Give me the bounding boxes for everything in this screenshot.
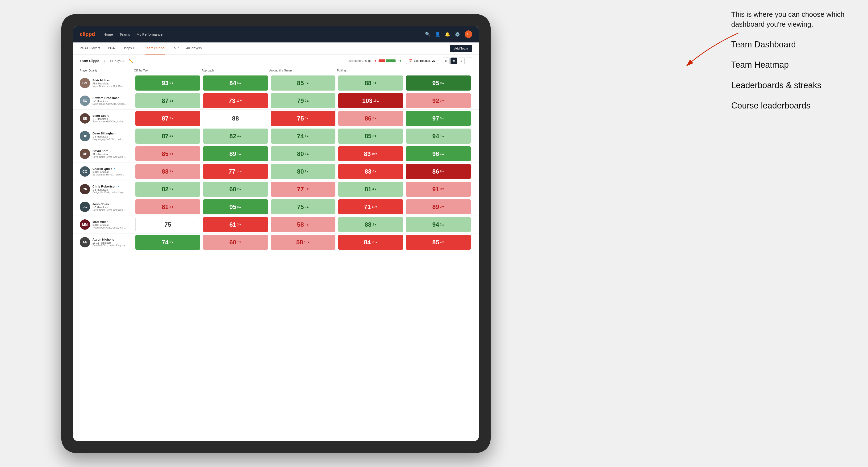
score-change: 4▲ (237, 134, 242, 138)
player-details: Elliot Ebert1-5 HandicapSunningdale Golf… (92, 114, 134, 123)
player-details: Edward Crossman1-5 HandicapSunningdale G… (92, 96, 134, 105)
subnav-pga[interactable]: PGA (108, 42, 115, 55)
nav-home[interactable]: Home (103, 32, 113, 36)
score-cell: 813▼ (135, 199, 200, 214)
score-value: 77 (228, 168, 236, 175)
score-cell: 7311▼ (203, 93, 268, 108)
search-icon[interactable]: 🔍 (425, 32, 430, 37)
score-cell: 824▲ (203, 129, 268, 144)
avatar: EC (80, 96, 90, 106)
score-cell: 823▲ (135, 182, 200, 197)
col-off-tee[interactable]: Off the Tee ↓ (134, 69, 202, 72)
col-player-quality[interactable]: Player Quality ↓ (80, 69, 134, 72)
last-rounds-button[interactable]: 📅 Last Rounds: 20 (406, 58, 438, 64)
team-name: Team Clippd (80, 59, 99, 63)
score-change: 15▲ (373, 99, 379, 102)
subnav-pgat[interactable]: PGAT Players (80, 42, 100, 55)
score-cell: 836▼ (338, 164, 403, 179)
score-value: 83 (365, 168, 371, 175)
avatar[interactable]: U (465, 30, 472, 38)
dashboard-option[interactable]: Team Heatmap (731, 59, 854, 71)
score-cell: 803▲ (271, 146, 336, 161)
grid-view-button[interactable]: ⊞ (443, 58, 450, 64)
player-handicap: Plus Handicap (92, 153, 134, 156)
score-value: 87 (162, 132, 168, 140)
table-row[interactable]: BMBlair McHargPlus HandicapRoyal North D… (73, 74, 479, 92)
top-nav: clippd Home Teams My Performance 🔍 👤 🔔 ⚙… (73, 26, 479, 42)
score-value: 94 (432, 221, 439, 228)
table-row[interactable]: DBDave Billingham1-5 HandicapGog Magog G… (73, 127, 479, 145)
subnav-hcaps[interactable]: Hcaps 1-5 (122, 42, 137, 55)
col-approach-label: Approach (202, 69, 214, 72)
score-cell: 959▲ (406, 75, 471, 91)
score-change: 10▲ (304, 241, 310, 244)
table-row[interactable]: DFDavid Ford ✓Plus HandicapRoyal North D… (73, 145, 479, 163)
download-button[interactable]: ↓ (466, 58, 472, 64)
player-info: CRChris Robertson ✓1-5 HandicapCraigmill… (80, 182, 134, 197)
col-approach[interactable]: Approach ↓ (202, 69, 269, 72)
player-details: Matt Miller6-10 HandicapWoburn Golf Club… (92, 220, 134, 229)
score-change: 3▼ (305, 117, 309, 120)
score-cell: 584▲ (271, 217, 336, 232)
score-value: 74 (162, 239, 168, 246)
dashboard-option[interactable]: Team Dashboard (731, 39, 854, 51)
logo[interactable]: clippd (80, 31, 95, 37)
round-change-label: 20 Round Change (348, 59, 371, 63)
score-cell: 868▼ (406, 164, 471, 179)
sort-arrow: ↓ (149, 69, 150, 72)
player-info: BMBlair McHargPlus HandicapRoyal North D… (80, 75, 134, 91)
player-info: EEElliot Ebert1-5 HandicapSunningdale Go… (80, 111, 134, 126)
score-cell: 10315▲ (338, 93, 403, 108)
nav-links: Home Teams My Performance (103, 32, 425, 36)
score-value: 75 (297, 115, 304, 122)
player-club: Royal North Devon Golf Club, United King… (92, 85, 127, 88)
change-pos: +5 (398, 59, 401, 63)
bell-icon[interactable]: 🔔 (445, 32, 450, 37)
col-putting[interactable]: Putting ↓ (337, 69, 404, 72)
nav-teams[interactable]: Teams (120, 32, 130, 36)
settings-icon[interactable]: ⚙️ (455, 32, 460, 37)
score-cell: 853▼ (135, 146, 200, 161)
dashboard-option[interactable]: Course leaderboards (731, 100, 854, 112)
player-club: Sunningdale Golf Club, United Kingdom (92, 120, 127, 123)
score-cell: 5810▲ (271, 235, 336, 250)
table-row[interactable]: CQCharlie Quick ✓6-10 HandicapSt. George… (73, 163, 479, 181)
score-change: 8▼ (440, 170, 445, 173)
table-row[interactable]: JCJosh Coles1-5 HandicapRoyal North Devo… (73, 198, 479, 216)
score-value: 93 (162, 80, 168, 87)
score-value: 85 (432, 239, 439, 246)
col-off-tee-label: Off the Tee (134, 69, 148, 72)
table-row[interactable]: EEElliot Ebert1-5 HandicapSunningdale Go… (73, 110, 479, 127)
score-value: 89 (432, 203, 439, 211)
score-change: 1▲ (305, 134, 309, 138)
list-view-button[interactable]: ≡ (458, 58, 465, 64)
add-team-button[interactable]: Add Team (450, 45, 472, 52)
user-icon[interactable]: 👤 (435, 32, 440, 37)
subnav-tour[interactable]: Tour (172, 42, 179, 55)
score-change: 7▲ (237, 152, 242, 155)
score-cell: 748▲ (135, 235, 200, 250)
table-row[interactable]: ECEdward Crossman1-5 HandicapSunningdale… (73, 92, 479, 110)
player-info: ANAaron Nicholls11-15 HandicapDrift Golf… (80, 235, 134, 250)
edit-icon[interactable]: ✏️ (129, 59, 133, 63)
table-area: Player Quality ↓ Off the Tee ↓ Approach … (73, 67, 479, 441)
score-cell: 882▼ (338, 217, 403, 232)
col-player-quality-label: Player Quality (80, 69, 97, 72)
subnav-all-players[interactable]: All Players (186, 42, 202, 55)
dashboard-option[interactable]: Leaderboards & streaks (731, 80, 854, 91)
player-name: Josh Coles (92, 203, 134, 206)
heatmap-view-button[interactable]: ▦ (451, 58, 457, 64)
dashboard-options: Team DashboardTeam HeatmapLeaderboards &… (731, 39, 854, 112)
col-around-green[interactable]: Around the Green ↓ (269, 69, 337, 72)
player-handicap: 1-5 Handicap (92, 100, 134, 102)
subnav-team-clippd[interactable]: Team Clippd (145, 42, 165, 55)
score-change: 8▲ (237, 205, 242, 209)
nav-my-performance[interactable]: My Performance (136, 32, 162, 36)
score-change: 6▲ (237, 81, 242, 85)
table-row[interactable]: CRChris Robertson ✓1-5 HandicapCraigmill… (73, 181, 479, 198)
score-value: 86 (432, 168, 439, 175)
separator: | (104, 59, 105, 63)
table-row[interactable]: MMMatt Miller6-10 HandicapWoburn Golf Cl… (73, 216, 479, 234)
table-row[interactable]: ANAaron Nicholls11-15 HandicapDrift Golf… (73, 234, 479, 251)
avatar: CR (80, 184, 90, 194)
